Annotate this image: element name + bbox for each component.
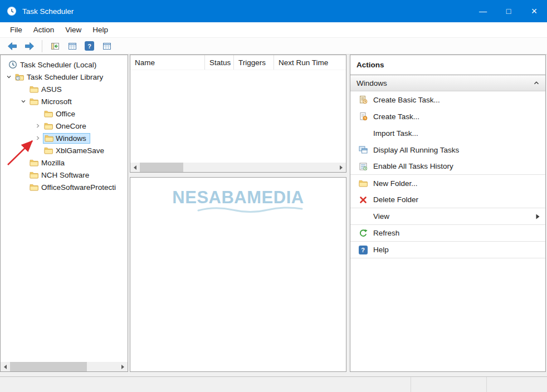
folder-icon	[28, 158, 39, 167]
chevron-down-icon[interactable]	[4, 72, 14, 81]
folder-icon	[28, 170, 39, 179]
show-console-tree-button[interactable]	[47, 39, 62, 53]
chevron-down-icon[interactable]	[18, 97, 28, 106]
scroll-right-button[interactable]	[336, 163, 346, 172]
action-create-task[interactable]: Create Task...	[350, 108, 545, 125]
chevron-right-icon[interactable]	[33, 134, 43, 143]
action-refresh[interactable]: Refresh	[350, 225, 545, 242]
tree-item-label: Windows	[54, 134, 88, 143]
scroll-left-icon	[134, 165, 136, 170]
scroll-left-icon	[4, 365, 7, 369]
maximize-button[interactable]: □	[496, 0, 521, 22]
console-tree-pane: Task Scheduler (Local) Task Scheduler Li…	[0, 55, 128, 372]
expander-spacer	[18, 183, 28, 192]
tree-item-label: Microsoft	[40, 97, 74, 106]
toolbar-help-button[interactable]: ?	[82, 39, 97, 53]
tree-item-nch-software[interactable]: NCH Software	[1, 169, 128, 181]
toolbar-separator	[42, 40, 42, 52]
scroll-right-icon	[340, 165, 343, 170]
running-tasks-icon	[358, 145, 368, 154]
tree-horizontal-scrollbar	[1, 362, 128, 371]
tree-item-office[interactable]: Office	[1, 107, 128, 120]
task-list-horizontal-scrollbar	[130, 163, 346, 172]
scrollbar-track[interactable]	[140, 163, 336, 172]
bottom-divider-tick	[486, 377, 487, 392]
action-label: View	[373, 212, 389, 220]
menu-view[interactable]: View	[60, 22, 87, 37]
folder-icon	[43, 134, 54, 143]
scroll-right-icon	[121, 365, 124, 369]
window-controls: — □ ×	[470, 0, 547, 22]
chevron-right-icon[interactable]	[33, 121, 43, 130]
action-label: Display All Running Tasks	[373, 146, 459, 154]
minimize-button[interactable]: —	[470, 0, 496, 22]
show-hide-console-tree-button[interactable]	[65, 39, 80, 53]
tree-item-mozilla[interactable]: Mozilla	[1, 156, 128, 169]
menu-help[interactable]: Help	[87, 22, 114, 37]
menu-file[interactable]: File	[4, 22, 28, 37]
task-list-pane: Name Status Triggers Next Run Time	[130, 55, 346, 173]
library-folder-icon	[14, 72, 25, 81]
scroll-left-button[interactable]	[130, 163, 140, 172]
bottom-divider-tick	[411, 377, 411, 392]
scroll-right-button[interactable]	[118, 362, 128, 371]
app-clock-icon	[7, 6, 17, 16]
action-new-folder[interactable]: New Folder...	[350, 175, 545, 192]
action-label: Create Task...	[373, 112, 419, 121]
tree-item-label: OneCore	[54, 121, 88, 131]
scroll-left-button[interactable]	[1, 362, 10, 371]
action-create-basic-task[interactable]: Create Basic Task...	[350, 91, 545, 108]
scrollbar-thumb[interactable]	[10, 362, 87, 371]
actions-pane-title: Actions	[350, 55, 545, 75]
show-hide-action-pane-button[interactable]	[99, 39, 114, 53]
tree-item-label: Office	[54, 109, 77, 119]
expander-spacer	[33, 146, 43, 155]
selected-tree-item-box: Windows	[43, 133, 90, 144]
table-icon	[68, 42, 77, 51]
column-header-name[interactable]: Name	[130, 55, 205, 70]
action-import-task[interactable]: Import Task...	[350, 125, 545, 141]
help-icon: ?	[358, 246, 368, 254]
action-label: Import Task...	[373, 129, 418, 138]
column-header-triggers[interactable]: Triggers	[234, 55, 274, 70]
tree-item-label: NCH Software	[40, 170, 91, 180]
tree-item-task-scheduler-local[interactable]: Task Scheduler (Local)	[1, 58, 128, 71]
scrollbar-thumb[interactable]	[140, 163, 183, 172]
tree-item-xblgamesave[interactable]: XblGameSave	[1, 144, 128, 156]
action-delete-folder[interactable]: Delete Folder	[350, 192, 545, 208]
back-button[interactable]	[4, 39, 19, 53]
tasks-history-icon	[358, 162, 368, 171]
expander-spacer	[18, 170, 28, 179]
tree-item-label: XblGameSave	[54, 146, 106, 155]
action-help[interactable]: ? Help	[350, 242, 545, 258]
tree-item-officesoftwareprotection[interactable]: OfficeSoftwareProtecti	[1, 181, 128, 193]
tree-item-label: Mozilla	[40, 158, 66, 168]
tree-item-microsoft[interactable]: Microsoft	[1, 95, 128, 107]
column-header-next-run-time[interactable]: Next Run Time	[274, 55, 346, 70]
expander-spacer	[33, 109, 43, 118]
scrollbar-track[interactable]	[10, 362, 118, 371]
tree-item-task-scheduler-library[interactable]: Task Scheduler Library	[1, 71, 128, 83]
action-label: Create Basic Task...	[373, 96, 440, 104]
create-task-icon	[358, 112, 368, 121]
tree-item-label: OfficeSoftwareProtecti	[40, 183, 118, 192]
forward-button[interactable]	[22, 39, 37, 53]
actions-section-windows[interactable]: Windows	[350, 75, 545, 91]
action-enable-all-tasks-history[interactable]: Enable All Tasks History	[350, 158, 545, 175]
column-header-status[interactable]: Status	[205, 55, 234, 70]
help-icon: ?	[85, 41, 94, 51]
tree-item-onecore[interactable]: OneCore	[1, 120, 128, 132]
action-view[interactable]: View	[350, 208, 545, 225]
folder-icon	[43, 109, 53, 118]
action-display-all-running-tasks[interactable]: Display All Running Tasks	[350, 141, 545, 158]
refresh-icon	[358, 229, 368, 238]
scheduler-clock-icon	[7, 60, 18, 69]
tree-item-asus[interactable]: ASUS	[1, 83, 128, 95]
close-button[interactable]: ×	[521, 0, 547, 22]
delete-folder-icon	[358, 195, 368, 204]
task-list-body	[130, 70, 346, 155]
tree-item-windows[interactable]: Windows	[1, 132, 128, 144]
collapse-section-icon	[534, 81, 539, 85]
back-arrow-icon	[7, 42, 17, 51]
menu-action[interactable]: Action	[28, 22, 60, 37]
